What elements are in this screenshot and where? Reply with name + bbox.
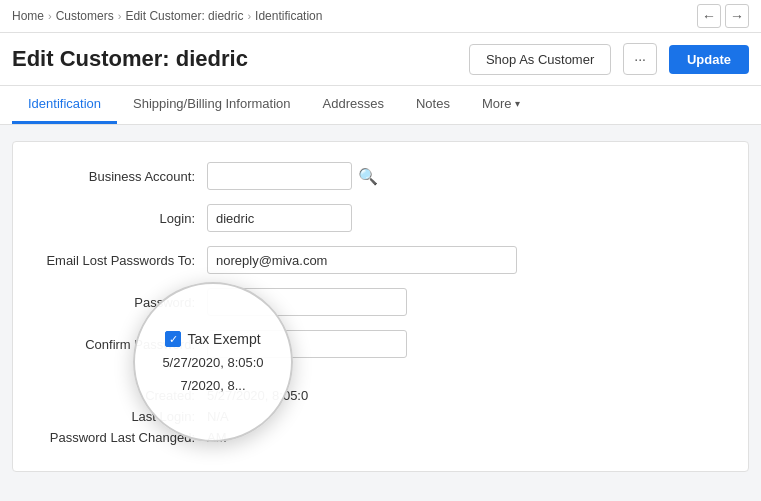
nav-forward-button[interactable]: → [725,4,749,28]
breadcrumb-customers[interactable]: Customers [56,9,114,23]
tab-addresses[interactable]: Addresses [307,86,400,124]
business-account-row: Business Account: 🔍 [37,162,724,190]
tab-shipping-billing[interactable]: Shipping/Billing Information [117,86,307,124]
tax-exempt-row: ✓ Tax Exempt [165,331,260,347]
magnify-date1: 5/27/2020, 8:05:0 [162,355,263,370]
page-header: Edit Customer: diedric Shop As Customer … [0,33,761,86]
breadcrumb-sep1: › [48,10,52,22]
login-input[interactable] [207,204,352,232]
update-button[interactable]: Update [669,45,749,74]
magnify-overlay: ✓ Tax Exempt 5/27/2020, 8:05:0 7/2020, 8… [133,282,293,442]
tabs-bar: Identification Shipping/Billing Informat… [0,86,761,125]
tab-notes[interactable]: Notes [400,86,466,124]
breadcrumb-sep2: › [118,10,122,22]
chevron-down-icon: ▾ [515,98,520,109]
tax-exempt-checkbox[interactable]: ✓ [165,331,181,347]
password-last-changed-row: Password Last Changed: AM [37,430,724,445]
tax-exempt-label: Tax Exempt [187,331,260,347]
breadcrumb: Home › Customers › Edit Customer: diedri… [12,9,322,23]
business-account-input[interactable] [207,162,352,190]
top-bar: Home › Customers › Edit Customer: diedri… [0,0,761,33]
tab-more[interactable]: More ▾ [466,86,536,124]
page-title: Edit Customer: diedric [12,46,457,72]
last-login-row: Last Login: N/A [37,409,724,424]
content-area: Business Account: 🔍 Login: Email Lost Pa… [0,125,761,488]
more-options-button[interactable]: ··· [623,43,657,75]
nav-arrows: ← → [697,4,749,28]
shop-as-customer-button[interactable]: Shop As Customer [469,44,611,75]
email-label: Email Lost Passwords To: [37,253,207,268]
password-row: Password: [37,288,724,316]
breadcrumb-edit-customer[interactable]: Edit Customer: diedric [125,9,243,23]
business-account-search-button[interactable]: 🔍 [358,167,378,186]
email-row: Email Lost Passwords To: [37,246,724,274]
search-icon: 🔍 [358,168,378,185]
tab-identification[interactable]: Identification [12,86,117,124]
breadcrumb-sep3: › [247,10,251,22]
breadcrumb-home[interactable]: Home [12,9,44,23]
business-account-label: Business Account: [37,169,207,184]
nav-back-button[interactable]: ← [697,4,721,28]
magnify-date2: 7/2020, 8... [180,378,245,393]
login-label: Login: [37,211,207,226]
tab-more-label: More [482,96,512,111]
breadcrumb-current: Identification [255,9,322,23]
form-card: Business Account: 🔍 Login: Email Lost Pa… [12,141,749,472]
email-input[interactable] [207,246,517,274]
login-row: Login: [37,204,724,232]
